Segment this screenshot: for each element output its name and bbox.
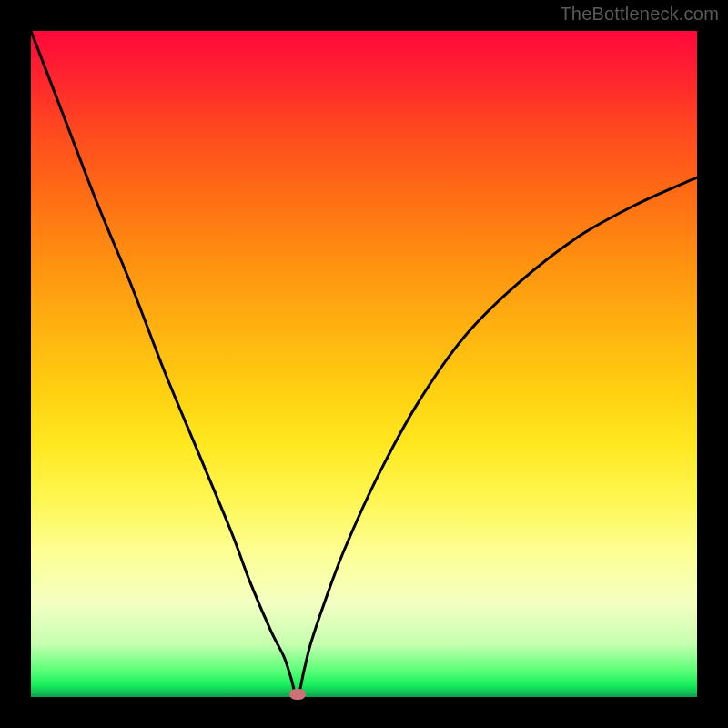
attribution-text: TheBottleneck.com: [560, 4, 719, 25]
bottleneck-curve: [31, 31, 697, 697]
optimal-marker: [289, 689, 306, 700]
chart-frame: TheBottleneck.com: [0, 0, 728, 728]
plot-area: [31, 31, 697, 697]
